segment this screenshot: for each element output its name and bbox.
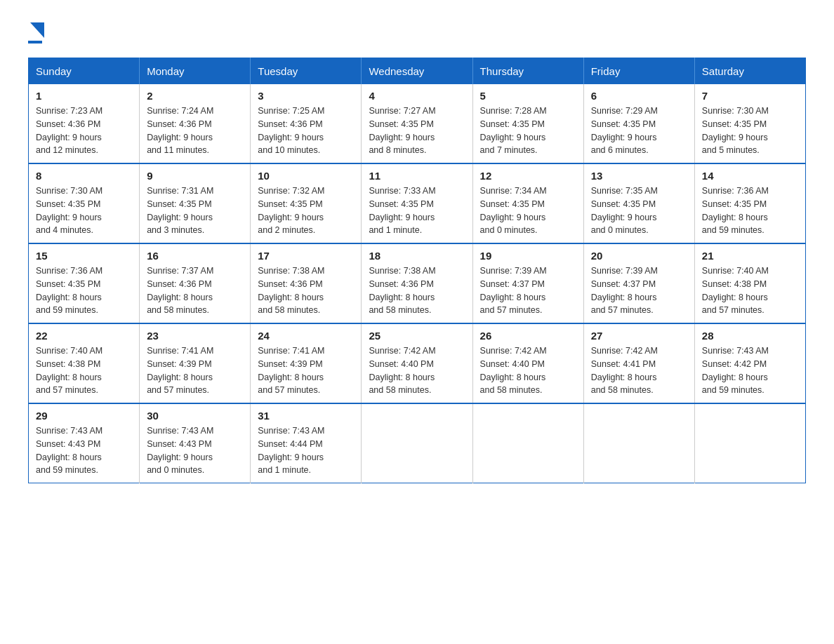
day-info: Sunrise: 7:31 AMSunset: 4:35 PMDaylight:… [147, 185, 243, 237]
calendar-cell: 25Sunrise: 7:42 AMSunset: 4:40 PMDayligh… [362, 323, 472, 403]
calendar-week-row: 8Sunrise: 7:30 AMSunset: 4:35 PMDaylight… [29, 163, 806, 243]
calendar-cell: 19Sunrise: 7:39 AMSunset: 4:37 PMDayligh… [472, 243, 583, 323]
day-number: 31 [258, 410, 354, 422]
weekday-header-monday: Monday [140, 58, 251, 85]
calendar-cell: 13Sunrise: 7:35 AMSunset: 4:35 PMDayligh… [583, 163, 694, 243]
day-info: Sunrise: 7:42 AMSunset: 4:40 PMDaylight:… [369, 344, 465, 397]
calendar-cell: 1Sunrise: 7:23 AMSunset: 4:36 PMDaylight… [29, 84, 140, 163]
day-info: Sunrise: 7:40 AMSunset: 4:38 PMDaylight:… [36, 344, 132, 397]
day-number: 5 [480, 90, 576, 102]
calendar-cell: 29Sunrise: 7:43 AMSunset: 4:43 PMDayligh… [29, 403, 140, 483]
weekday-header-row: SundayMondayTuesdayWednesdayThursdayFrid… [29, 58, 806, 85]
day-info: Sunrise: 7:24 AMSunset: 4:36 PMDaylight:… [147, 105, 243, 157]
day-number: 16 [147, 250, 243, 262]
day-info: Sunrise: 7:42 AMSunset: 4:40 PMDaylight:… [480, 344, 576, 397]
day-number: 15 [36, 250, 132, 262]
calendar-cell: 18Sunrise: 7:38 AMSunset: 4:36 PMDayligh… [362, 243, 472, 323]
day-number: 25 [369, 330, 465, 342]
day-number: 1 [36, 90, 132, 102]
calendar-cell [694, 403, 805, 483]
day-info: Sunrise: 7:36 AMSunset: 4:35 PMDaylight:… [36, 264, 132, 317]
calendar-week-row: 22Sunrise: 7:40 AMSunset: 4:38 PMDayligh… [29, 323, 806, 403]
day-number: 7 [702, 90, 798, 102]
day-info: Sunrise: 7:28 AMSunset: 4:35 PMDaylight:… [480, 105, 576, 157]
day-info: Sunrise: 7:30 AMSunset: 4:35 PMDaylight:… [702, 105, 798, 157]
day-number: 4 [369, 90, 465, 102]
day-info: Sunrise: 7:38 AMSunset: 4:36 PMDaylight:… [258, 264, 354, 317]
weekday-header-sunday: Sunday [29, 58, 140, 85]
svg-marker-0 [30, 22, 44, 38]
day-info: Sunrise: 7:35 AMSunset: 4:35 PMDaylight:… [591, 185, 687, 237]
day-info: Sunrise: 7:39 AMSunset: 4:37 PMDaylight:… [591, 264, 687, 317]
day-number: 3 [258, 90, 354, 102]
day-info: Sunrise: 7:41 AMSunset: 4:39 PMDaylight:… [147, 344, 243, 397]
day-info: Sunrise: 7:41 AMSunset: 4:39 PMDaylight:… [258, 344, 354, 397]
calendar-cell: 26Sunrise: 7:42 AMSunset: 4:40 PMDayligh… [472, 323, 583, 403]
logo [28, 21, 48, 43]
day-info: Sunrise: 7:32 AMSunset: 4:35 PMDaylight:… [258, 185, 354, 237]
calendar-cell: 9Sunrise: 7:31 AMSunset: 4:35 PMDaylight… [140, 163, 251, 243]
day-info: Sunrise: 7:43 AMSunset: 4:44 PMDaylight:… [258, 424, 354, 477]
day-number: 21 [702, 250, 798, 262]
calendar-cell: 28Sunrise: 7:43 AMSunset: 4:42 PMDayligh… [694, 323, 805, 403]
day-number: 23 [147, 330, 243, 342]
day-info: Sunrise: 7:43 AMSunset: 4:42 PMDaylight:… [702, 344, 798, 397]
day-info: Sunrise: 7:27 AMSunset: 4:35 PMDaylight:… [369, 105, 465, 157]
day-info: Sunrise: 7:25 AMSunset: 4:36 PMDaylight:… [258, 105, 354, 157]
calendar-cell: 5Sunrise: 7:28 AMSunset: 4:35 PMDaylight… [472, 84, 583, 163]
day-info: Sunrise: 7:36 AMSunset: 4:35 PMDaylight:… [702, 185, 798, 237]
day-number: 12 [480, 170, 576, 182]
calendar-cell: 30Sunrise: 7:43 AMSunset: 4:43 PMDayligh… [140, 403, 251, 483]
day-number: 24 [258, 330, 354, 342]
calendar-cell: 6Sunrise: 7:29 AMSunset: 4:35 PMDaylight… [583, 84, 694, 163]
day-number: 17 [258, 250, 354, 262]
calendar-cell: 31Sunrise: 7:43 AMSunset: 4:44 PMDayligh… [251, 403, 362, 483]
day-number: 18 [369, 250, 465, 262]
calendar-cell: 23Sunrise: 7:41 AMSunset: 4:39 PMDayligh… [140, 323, 251, 403]
calendar-cell: 24Sunrise: 7:41 AMSunset: 4:39 PMDayligh… [251, 323, 362, 403]
day-info: Sunrise: 7:33 AMSunset: 4:35 PMDaylight:… [369, 185, 465, 237]
day-info: Sunrise: 7:30 AMSunset: 4:35 PMDaylight:… [36, 185, 132, 237]
calendar-week-row: 29Sunrise: 7:43 AMSunset: 4:43 PMDayligh… [29, 403, 806, 483]
day-number: 9 [147, 170, 243, 182]
calendar-cell: 21Sunrise: 7:40 AMSunset: 4:38 PMDayligh… [694, 243, 805, 323]
calendar-cell: 4Sunrise: 7:27 AMSunset: 4:35 PMDaylight… [362, 84, 472, 163]
calendar-cell: 16Sunrise: 7:37 AMSunset: 4:36 PMDayligh… [140, 243, 251, 323]
calendar-cell: 14Sunrise: 7:36 AMSunset: 4:35 PMDayligh… [694, 163, 805, 243]
calendar-table: SundayMondayTuesdayWednesdayThursdayFrid… [28, 58, 806, 483]
day-number: 27 [591, 330, 687, 342]
day-number: 22 [36, 330, 132, 342]
calendar-cell: 15Sunrise: 7:36 AMSunset: 4:35 PMDayligh… [29, 243, 140, 323]
day-info: Sunrise: 7:38 AMSunset: 4:36 PMDaylight:… [369, 264, 465, 317]
weekday-header-wednesday: Wednesday [362, 58, 472, 85]
day-info: Sunrise: 7:42 AMSunset: 4:41 PMDaylight:… [591, 344, 687, 397]
calendar-cell [583, 403, 694, 483]
calendar-week-row: 15Sunrise: 7:36 AMSunset: 4:35 PMDayligh… [29, 243, 806, 323]
calendar-cell: 10Sunrise: 7:32 AMSunset: 4:35 PMDayligh… [251, 163, 362, 243]
calendar-cell: 20Sunrise: 7:39 AMSunset: 4:37 PMDayligh… [583, 243, 694, 323]
calendar-cell: 7Sunrise: 7:30 AMSunset: 4:35 PMDaylight… [694, 84, 805, 163]
day-number: 26 [480, 330, 576, 342]
day-info: Sunrise: 7:29 AMSunset: 4:35 PMDaylight:… [591, 105, 687, 157]
calendar-cell: 22Sunrise: 7:40 AMSunset: 4:38 PMDayligh… [29, 323, 140, 403]
day-info: Sunrise: 7:37 AMSunset: 4:36 PMDaylight:… [147, 264, 243, 317]
logo-triangle-icon [30, 22, 44, 38]
day-info: Sunrise: 7:40 AMSunset: 4:38 PMDaylight:… [702, 264, 798, 317]
calendar-cell [472, 403, 583, 483]
calendar-week-row: 1Sunrise: 7:23 AMSunset: 4:36 PMDaylight… [29, 84, 806, 163]
calendar-cell: 2Sunrise: 7:24 AMSunset: 4:36 PMDaylight… [140, 84, 251, 163]
day-info: Sunrise: 7:23 AMSunset: 4:36 PMDaylight:… [36, 105, 132, 157]
day-number: 2 [147, 90, 243, 102]
day-number: 10 [258, 170, 354, 182]
weekday-header-friday: Friday [583, 58, 694, 85]
calendar-cell: 12Sunrise: 7:34 AMSunset: 4:35 PMDayligh… [472, 163, 583, 243]
weekday-header-thursday: Thursday [472, 58, 583, 85]
day-info: Sunrise: 7:43 AMSunset: 4:43 PMDaylight:… [36, 424, 132, 477]
day-info: Sunrise: 7:34 AMSunset: 4:35 PMDaylight:… [480, 185, 576, 237]
calendar-cell: 17Sunrise: 7:38 AMSunset: 4:36 PMDayligh… [251, 243, 362, 323]
day-number: 6 [591, 90, 687, 102]
day-number: 14 [702, 170, 798, 182]
day-number: 19 [480, 250, 576, 262]
calendar-cell [362, 403, 472, 483]
weekday-header-tuesday: Tuesday [251, 58, 362, 85]
